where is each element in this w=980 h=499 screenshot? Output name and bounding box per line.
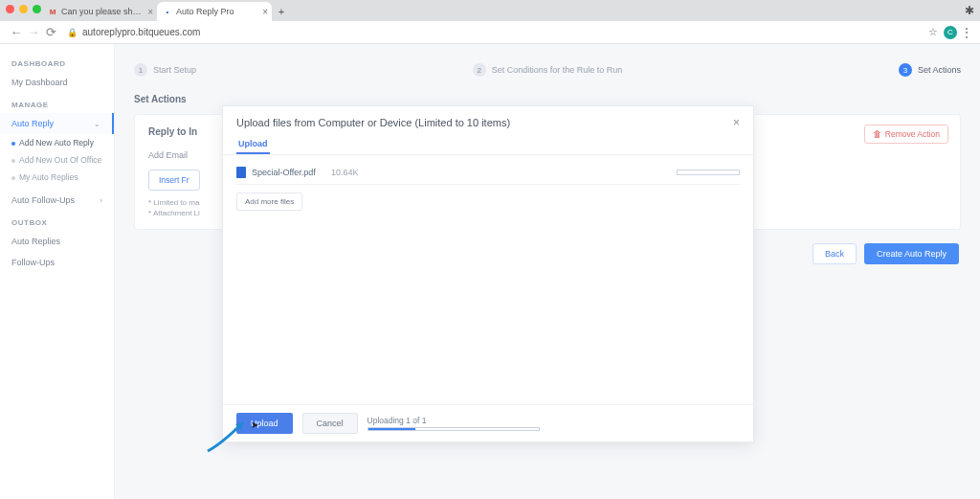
reload-icon[interactable]: ⟳ xyxy=(42,25,59,39)
section-title: Set Actions xyxy=(134,94,961,104)
profile-avatar[interactable]: C xyxy=(944,26,957,39)
back-button[interactable]: Back xyxy=(813,243,857,264)
lock-icon: 🔒 xyxy=(65,28,78,37)
file-row: Special-Offer.pdf 10.64K xyxy=(236,161,740,185)
sidebar-item-auto-reply[interactable]: Auto Reply⌄ xyxy=(0,113,114,134)
upload-modal: Upload files from Computer or Device (Li… xyxy=(222,105,754,442)
add-more-files-button[interactable]: Add more files xyxy=(236,193,302,211)
sidebar-item-auto-followups[interactable]: Auto Follow-Ups› xyxy=(0,190,114,211)
sidebar-heading-dashboard: DASHBOARD xyxy=(0,52,114,72)
upload-button[interactable]: Upload xyxy=(236,413,293,434)
step-2[interactable]: 2Set Conditions for the Rule to Run xyxy=(473,63,623,77)
bookmark-icon[interactable]: ☆ xyxy=(928,26,938,38)
file-name: Special-Offer.pdf xyxy=(252,168,316,177)
file-progress-bar xyxy=(677,170,740,175)
sidebar-heading-outbox: OUTBOX xyxy=(0,211,114,231)
browser-tab-app[interactable]: • Auto Reply Pro × xyxy=(157,2,272,21)
forward-icon[interactable]: → xyxy=(25,25,42,39)
sidebar-item-my-dashboard[interactable]: My Dashboard xyxy=(0,72,114,93)
gear-icon[interactable]: ✱ xyxy=(965,4,974,17)
sidebar-sub-add-new-ooo[interactable]: Add New Out Of Office xyxy=(0,151,114,169)
window-controls xyxy=(6,5,41,13)
stepper: 1Start Setup 2Set Conditions for the Rul… xyxy=(134,56,961,92)
sidebar: DASHBOARD My Dashboard MANAGE Auto Reply… xyxy=(0,44,115,499)
maximize-window-icon[interactable] xyxy=(33,5,41,13)
browser-tab-strip: M Can you please share your mo… × • Auto… xyxy=(0,0,980,21)
uploading-status: Uploading 1 of 1 xyxy=(368,416,540,425)
sidebar-item-auto-replies[interactable]: Auto Replies xyxy=(0,231,114,252)
new-tab-button[interactable]: + xyxy=(272,2,291,21)
address-bar: ← → ⟳ 🔒 autoreplypro.bitqueues.com ☆ C ⋮ xyxy=(0,21,980,44)
cancel-button[interactable]: Cancel xyxy=(302,413,358,434)
overall-progress-bar xyxy=(368,427,540,431)
chevron-down-icon: ⌄ xyxy=(94,120,100,128)
create-auto-reply-button[interactable]: Create Auto Reply xyxy=(864,243,959,264)
sidebar-item-follow-ups[interactable]: Follow-Ups xyxy=(0,252,114,273)
insert-button[interactable]: Insert Fr xyxy=(148,170,200,191)
browser-menu-icon[interactable]: ⋮ xyxy=(961,26,972,39)
trash-icon: 🗑 xyxy=(873,129,881,139)
minimize-window-icon[interactable] xyxy=(19,5,28,13)
close-tab-icon[interactable]: × xyxy=(262,7,268,17)
remove-action-button[interactable]: 🗑 Remove Action xyxy=(864,125,948,144)
modal-tab-upload[interactable]: Upload xyxy=(236,135,270,154)
sidebar-sub-my-auto-replies[interactable]: My Auto Replies xyxy=(0,169,114,186)
modal-title: Upload files from Computer or Device (Li… xyxy=(236,117,510,128)
step-1[interactable]: 1Start Setup xyxy=(134,63,196,77)
close-window-icon[interactable] xyxy=(6,5,14,13)
tab-title: Auto Reply Pro xyxy=(176,7,234,16)
close-icon[interactable]: × xyxy=(733,116,740,129)
chevron-right-icon: › xyxy=(100,196,102,205)
tab-title: Can you please share your mo… xyxy=(61,7,145,16)
step-3[interactable]: 3Set Actions xyxy=(899,63,961,77)
url-text[interactable]: autoreplypro.bitqueues.com xyxy=(82,27,928,37)
file-icon xyxy=(236,167,246,178)
gmail-icon: M xyxy=(48,7,57,16)
browser-tab-gmail[interactable]: M Can you please share your mo… × xyxy=(42,2,157,21)
file-size: 10.64K xyxy=(331,168,359,177)
sidebar-sub-add-new-auto-reply[interactable]: Add New Auto Reply xyxy=(0,134,114,151)
sidebar-heading-manage: MANAGE xyxy=(0,93,114,113)
app-favicon-icon: • xyxy=(163,7,172,16)
close-tab-icon[interactable]: × xyxy=(147,7,153,17)
back-icon[interactable]: ← xyxy=(8,25,25,39)
